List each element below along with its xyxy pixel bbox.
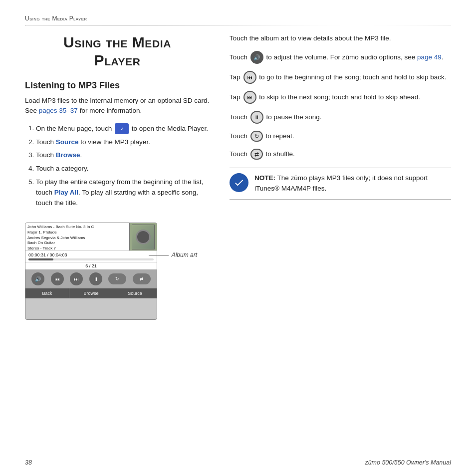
screen-track-area: John Williams - Bach Suite No. 3 In C Ma…: [25, 223, 157, 250]
pause-ctrl[interactable]: ⏸: [89, 272, 102, 285]
screenshot-container: John Williams - Bach Suite No. 3 In C Ma…: [25, 223, 157, 320]
right-para-1: Touch the album art to view details abou…: [230, 33, 451, 44]
page-number: 38: [25, 459, 32, 466]
screen-footer: Back Browse Source: [25, 288, 157, 298]
right-para-5: Touch ⏸ to pause the song.: [230, 111, 451, 124]
intro-paragraph: Load MP3 files to the internal memory or…: [25, 96, 210, 116]
screen-time: 00:00:31 / 00:04:03: [25, 250, 157, 262]
screen-album-art: [129, 223, 157, 250]
screen-controls[interactable]: 🔊 ⏮ ⏭ ⏸ ↻ ⇄: [25, 269, 157, 288]
volume-icon: 🔊: [250, 51, 263, 64]
left-column: Using the Media Player Listening to MP3 …: [25, 33, 210, 321]
screen-progress-bar: [28, 258, 154, 260]
rewind-icon: ⏮: [243, 71, 256, 84]
repeat-ctrl[interactable]: ↻: [108, 273, 126, 284]
screenshot: John Williams - Bach Suite No. 3 In C Ma…: [25, 223, 157, 320]
screen-track-num: 6 / 21: [25, 262, 157, 269]
step-3: Touch Browse.: [36, 150, 210, 161]
step-1: On the Menu page, touch ♪ to open the Me…: [36, 123, 210, 134]
section-heading: Listening to MP3 Files: [25, 80, 210, 91]
step-4: Touch a category.: [36, 164, 210, 174]
screen-progress-fill: [28, 258, 53, 260]
pause-icon: ⏸: [250, 111, 263, 124]
browse-btn[interactable]: Browse: [69, 288, 113, 298]
volume-ctrl[interactable]: 🔊: [31, 272, 44, 285]
note-box: NOTE: The zūmo plays MP3 files only; it …: [230, 168, 451, 200]
right-para-4: Tap ⏭ to skip to the next song; touch an…: [230, 91, 451, 104]
breadcrumb-text: Using the Media Player: [25, 15, 87, 22]
forward-ctrl[interactable]: ⏭: [70, 272, 83, 285]
right-para-7: Touch ⇄ to shuffle.: [230, 149, 451, 160]
shuffle-icon: ⇄: [250, 149, 263, 160]
shuffle-ctrl[interactable]: ⇄: [133, 273, 151, 284]
breadcrumb: Using the Media Player: [25, 15, 451, 25]
step-5: To play the entire category from the beg…: [36, 177, 210, 209]
page-footer: 38 zūmo 500/550 Owner's Manual: [25, 459, 451, 466]
source-btn[interactable]: Source: [113, 288, 157, 298]
checkmark-icon: [234, 177, 244, 188]
browse-link[interactable]: Browse: [56, 151, 80, 159]
back-btn[interactable]: Back: [25, 288, 69, 298]
album-art-label: Album art: [149, 251, 197, 258]
heading-line1: Using the Media: [63, 34, 171, 50]
note-icon: [230, 173, 248, 192]
right-column: Touch the album art to view details abou…: [230, 33, 451, 321]
play-all-link[interactable]: Play All: [54, 189, 78, 196]
right-para-6: Touch ↻ to repeat.: [230, 131, 451, 142]
right-para-2: Touch 🔊 to adjust the volume. For zūmo a…: [230, 51, 451, 64]
page: Using the Media Player Using the Media P…: [0, 0, 476, 476]
page49-link[interactable]: page 49: [417, 53, 442, 60]
manual-title: zūmo 500/550 Owner's Manual: [365, 459, 451, 466]
screen-track-info: John Williams - Bach Suite No. 3 In C Ma…: [25, 223, 129, 250]
music-icon: ♪: [115, 123, 129, 134]
steps-list: On the Menu page, touch ♪ to open the Me…: [36, 123, 210, 209]
label-line: [149, 255, 169, 255]
right-para-3: Tap ⏮ to go to the beginning of the song…: [230, 71, 451, 84]
rewind-ctrl[interactable]: ⏮: [51, 272, 64, 285]
fastforward-icon: ⏭: [243, 91, 256, 104]
pages-link[interactable]: pages 35–37: [39, 107, 78, 114]
repeat-icon: ↻: [250, 131, 263, 142]
main-heading: Using the Media Player: [25, 33, 210, 69]
content-columns: Using the Media Player Listening to MP3 …: [25, 33, 451, 321]
note-text: NOTE: The zūmo plays MP3 files only; it …: [254, 173, 451, 194]
step-2: Touch Source to view the MP3 player.: [36, 137, 210, 148]
heading-line2: Player: [94, 52, 141, 68]
source-link[interactable]: Source: [56, 138, 79, 146]
